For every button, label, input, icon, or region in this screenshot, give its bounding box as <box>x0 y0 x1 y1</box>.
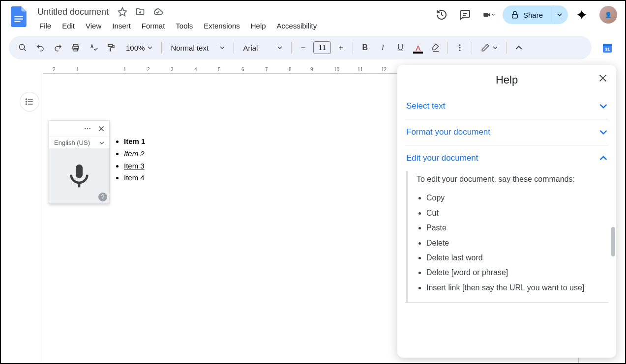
voice-typing-panel: English (US) ? <box>49 120 110 204</box>
style-selector[interactable]: Normal text <box>166 44 230 52</box>
chevron-up-icon <box>599 154 607 162</box>
redo-icon[interactable] <box>50 40 66 56</box>
menu-tools[interactable]: Tools <box>171 20 198 32</box>
svg-point-25 <box>26 101 27 102</box>
help-section-select-text[interactable]: Select text <box>405 93 608 119</box>
svg-line-7 <box>24 49 26 51</box>
document-content[interactable]: Item 1 Item 2 Item 3 Item 4 <box>114 136 145 184</box>
calendar-sidebar-icon[interactable]: 31 <box>597 38 617 57</box>
menu-view[interactable]: View <box>81 20 106 32</box>
share-dropdown[interactable] <box>551 7 568 22</box>
svg-rect-0 <box>14 16 23 17</box>
font-selector[interactable]: Arial <box>238 44 287 52</box>
font-size-input[interactable]: 11 <box>313 41 331 54</box>
svg-point-16 <box>459 47 461 49</box>
italic-icon[interactable]: I <box>375 40 390 56</box>
help-command: Cut <box>426 206 608 221</box>
text-color-icon[interactable]: A <box>410 40 426 56</box>
header: Untitled document File Edit View Insert … <box>1 1 625 32</box>
svg-rect-1 <box>14 19 23 20</box>
menu-file[interactable]: File <box>34 20 56 32</box>
docs-logo[interactable] <box>9 5 29 28</box>
menu-insert[interactable]: Insert <box>107 20 136 32</box>
star-icon[interactable] <box>116 5 129 19</box>
help-section-edit-body: To edit your document, say these command… <box>406 171 608 302</box>
outline-toggle[interactable] <box>20 92 39 112</box>
help-command: Paste <box>426 221 608 235</box>
menu-format[interactable]: Format <box>137 20 170 32</box>
video-call-button[interactable] <box>479 5 499 25</box>
help-close-icon[interactable] <box>597 73 608 84</box>
increase-font-icon[interactable] <box>333 40 349 56</box>
chevron-down-icon <box>599 102 607 110</box>
list-item[interactable]: Item 1 <box>124 136 145 148</box>
svg-text:31: 31 <box>605 47 610 52</box>
title-area: Untitled document File Edit View Insert … <box>34 5 432 32</box>
help-command: Copy <box>426 191 608 205</box>
svg-point-28 <box>87 128 89 130</box>
undo-icon[interactable] <box>32 40 48 56</box>
gemini-icon[interactable] <box>572 5 592 25</box>
voice-mic-button[interactable]: ? <box>49 148 109 203</box>
highlight-icon[interactable] <box>428 40 444 56</box>
history-icon[interactable] <box>432 5 451 25</box>
list-item[interactable]: Item 2 <box>124 148 145 160</box>
print-icon[interactable] <box>68 40 84 56</box>
svg-rect-2 <box>14 21 20 22</box>
cloud-status-icon[interactable] <box>151 5 165 19</box>
share-button[interactable]: Share <box>503 5 551 24</box>
svg-rect-19 <box>603 44 612 46</box>
svg-point-24 <box>26 99 27 100</box>
help-command: Delete <box>426 236 608 251</box>
decrease-font-icon[interactable] <box>296 40 311 56</box>
zoom-selector[interactable]: 100% <box>121 44 157 52</box>
editing-mode-selector[interactable] <box>476 43 503 52</box>
voice-language-selector[interactable]: English (US) <box>49 137 109 148</box>
svg-point-15 <box>459 44 461 46</box>
comments-icon[interactable] <box>455 5 475 25</box>
help-title: Help <box>496 74 518 86</box>
share-cluster: Share <box>503 5 568 24</box>
list-item[interactable]: Item 4 <box>124 172 145 184</box>
help-section-format[interactable]: Format your document <box>405 119 608 145</box>
voice-close-icon[interactable] <box>95 123 107 135</box>
list-item[interactable]: Item 3 <box>124 160 145 172</box>
svg-point-27 <box>85 128 86 130</box>
help-intro: To edit your document, say these command… <box>417 174 608 185</box>
share-label: Share <box>523 11 543 19</box>
header-actions: Share 👤 <box>432 5 617 25</box>
move-icon[interactable] <box>133 5 147 19</box>
chevron-down-icon <box>599 128 607 136</box>
toolbar-container: 100% Normal text Arial 11 B I U A 31 <box>1 32 625 63</box>
underline-icon[interactable]: U <box>392 40 408 56</box>
voice-more-icon[interactable] <box>82 123 93 135</box>
svg-point-26 <box>26 104 27 105</box>
svg-rect-11 <box>108 44 113 47</box>
toolbar: 100% Normal text Arial 11 B I U A <box>9 36 592 59</box>
vertical-ruler[interactable] <box>1 73 12 352</box>
svg-point-29 <box>89 128 90 130</box>
svg-rect-5 <box>512 14 518 18</box>
document-title[interactable]: Untitled document <box>34 6 112 18</box>
help-command: Insert link [then say the URL you want t… <box>426 280 608 295</box>
svg-point-17 <box>459 50 461 51</box>
menu-extensions[interactable]: Extensions <box>199 20 244 32</box>
account-avatar[interactable]: 👤 <box>599 6 617 24</box>
help-scrollbar[interactable] <box>611 227 615 256</box>
help-command: Delete [word or phrase] <box>426 265 608 280</box>
svg-point-6 <box>19 44 25 50</box>
menu-help[interactable]: Help <box>246 20 271 32</box>
menu-edit[interactable]: Edit <box>57 20 80 32</box>
more-icon[interactable] <box>452 40 468 56</box>
bold-icon[interactable]: B <box>357 40 373 56</box>
spellcheck-icon[interactable] <box>86 40 101 56</box>
help-section-edit[interactable]: Edit your document <box>405 145 608 171</box>
menu-accessibility[interactable]: Accessibility <box>272 20 322 32</box>
help-accordion[interactable]: Select text Format your document Edit yo… <box>397 93 616 358</box>
paint-format-icon[interactable] <box>103 40 119 56</box>
help-panel: Help Select text Format your document Ed… <box>397 65 616 358</box>
voice-help-icon[interactable]: ? <box>98 193 107 201</box>
search-icon[interactable] <box>15 40 30 56</box>
collapse-toolbar-icon[interactable] <box>511 40 527 56</box>
menu-bar: File Edit View Insert Format Tools Exten… <box>34 20 432 32</box>
